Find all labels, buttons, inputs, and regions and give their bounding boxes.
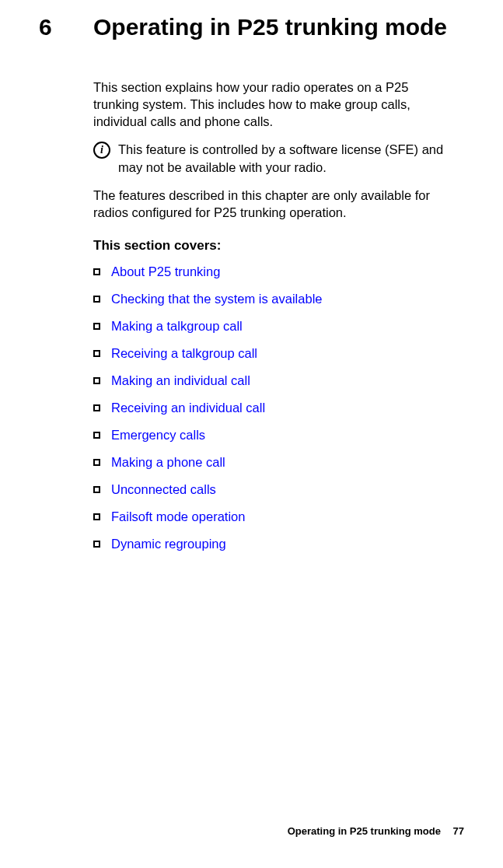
toc-item: About P25 trunking (93, 264, 449, 279)
bullet-icon (93, 377, 100, 384)
bullet-icon (93, 268, 100, 275)
toc-link-dynamic[interactable]: Dynamic regrouping (111, 537, 226, 551)
toc-list: About P25 trunking Checking that the sys… (93, 264, 449, 551)
bullet-icon (93, 486, 100, 493)
section-covers-heading: This section covers: (93, 238, 449, 254)
toc-link-phone[interactable]: Making a phone call (111, 455, 225, 470)
toc-item: Failsoft mode operation (93, 509, 449, 524)
toc-item: Unconnected calls (93, 482, 449, 497)
toc-link-emergency[interactable]: Emergency calls (111, 428, 205, 443)
toc-link-making-talkgroup[interactable]: Making a talkgroup call (111, 319, 243, 334)
bullet-icon (93, 432, 100, 439)
footer-title: Operating in P25 trunking mode (288, 825, 441, 837)
toc-link-receiving-individual[interactable]: Receiving an individual call (111, 401, 265, 415)
page-footer: Operating in P25 trunking mode 77 (288, 825, 464, 837)
toc-link-receiving-talkgroup[interactable]: Receiving a talkgroup call (111, 346, 257, 361)
features-paragraph: The features described in this chapter a… (93, 187, 449, 222)
toc-link-unconnected[interactable]: Unconnected calls (111, 482, 216, 497)
bullet-icon (93, 459, 100, 466)
toc-item: Making an individual call (93, 373, 449, 388)
bullet-icon (93, 541, 100, 548)
bullet-icon (93, 350, 100, 357)
toc-link-making-individual[interactable]: Making an individual call (111, 373, 250, 388)
toc-item: Making a phone call (93, 455, 449, 470)
toc-item: Dynamic regrouping (93, 537, 449, 551)
toc-link-failsoft[interactable]: Failsoft mode operation (111, 509, 245, 524)
chapter-number: 6 (39, 14, 93, 40)
toc-item: Receiving a talkgroup call (93, 346, 449, 361)
info-note: i This feature is controlled by a softwa… (93, 141, 449, 176)
info-icon: i (93, 142, 110, 159)
bullet-icon (93, 323, 100, 330)
toc-link-about[interactable]: About P25 trunking (111, 264, 220, 279)
bullet-icon (93, 513, 100, 520)
toc-item: Receiving an individual call (93, 401, 449, 415)
toc-item: Checking that the system is available (93, 292, 449, 306)
info-note-text: This feature is controlled by a software… (118, 141, 449, 176)
toc-link-checking[interactable]: Checking that the system is available (111, 292, 322, 306)
toc-item: Emergency calls (93, 428, 449, 443)
bullet-icon (93, 296, 100, 303)
chapter-header: 6 Operating in P25 trunking mode (39, 14, 464, 41)
intro-paragraph: This section explains how your radio ope… (93, 79, 449, 131)
chapter-title: Operating in P25 trunking mode (93, 14, 447, 41)
footer-page-number: 77 (453, 825, 464, 837)
toc-item: Making a talkgroup call (93, 319, 449, 334)
bullet-icon (93, 404, 100, 411)
